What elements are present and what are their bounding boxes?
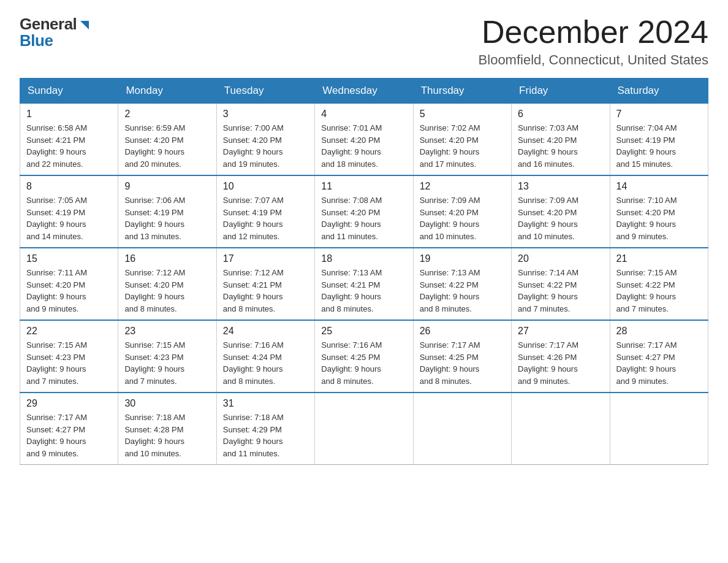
- calendar-cell: 12 Sunrise: 7:09 AMSunset: 4:20 PMDaylig…: [413, 175, 511, 248]
- calendar-week-row: 22 Sunrise: 7:15 AMSunset: 4:23 PMDaylig…: [20, 320, 708, 393]
- day-number: 8: [26, 181, 112, 192]
- day-number: 23: [124, 326, 210, 337]
- month-title: December 2024: [479, 15, 708, 50]
- day-info: Sunrise: 7:07 AMSunset: 4:19 PMDaylight:…: [223, 196, 284, 241]
- calendar-cell: 26 Sunrise: 7:17 AMSunset: 4:25 PMDaylig…: [413, 320, 511, 393]
- day-info: Sunrise: 7:13 AMSunset: 4:21 PMDaylight:…: [321, 268, 382, 313]
- calendar-cell: 25 Sunrise: 7:16 AMSunset: 4:25 PMDaylig…: [315, 320, 413, 393]
- day-number: 24: [223, 326, 308, 337]
- day-info: Sunrise: 7:08 AMSunset: 4:20 PMDaylight:…: [321, 196, 382, 241]
- calendar-cell: 24 Sunrise: 7:16 AMSunset: 4:24 PMDaylig…: [216, 320, 314, 393]
- day-number: 28: [616, 326, 702, 337]
- day-info: Sunrise: 7:06 AMSunset: 4:19 PMDaylight:…: [124, 196, 185, 241]
- day-info: Sunrise: 7:04 AMSunset: 4:19 PMDaylight:…: [616, 123, 677, 169]
- day-info: Sunrise: 7:00 AMSunset: 4:20 PMDaylight:…: [223, 123, 284, 169]
- day-number: 15: [26, 253, 112, 264]
- calendar-cell: 11 Sunrise: 7:08 AMSunset: 4:20 PMDaylig…: [315, 175, 413, 248]
- logo-text-blue: Blue: [20, 31, 53, 50]
- day-number: 7: [616, 109, 702, 120]
- day-info: Sunrise: 7:15 AMSunset: 4:22 PMDaylight:…: [616, 268, 677, 313]
- weekday-header-saturday: Saturday: [610, 79, 708, 104]
- day-number: 13: [518, 181, 603, 192]
- day-info: Sunrise: 7:02 AMSunset: 4:20 PMDaylight:…: [420, 123, 480, 169]
- day-info: Sunrise: 7:17 AMSunset: 4:26 PMDaylight:…: [518, 340, 578, 386]
- day-info: Sunrise: 7:15 AMSunset: 4:23 PMDaylight:…: [124, 340, 185, 386]
- calendar-cell: 7 Sunrise: 7:04 AMSunset: 4:19 PMDayligh…: [610, 104, 708, 176]
- day-info: Sunrise: 7:12 AMSunset: 4:21 PMDaylight:…: [223, 268, 284, 313]
- weekday-header-thursday: Thursday: [413, 79, 511, 104]
- day-number: 21: [616, 253, 702, 264]
- day-number: 10: [223, 181, 308, 192]
- weekday-header-row: SundayMondayTuesdayWednesdayThursdayFrid…: [20, 79, 708, 104]
- logo-triangle-icon: [78, 18, 91, 32]
- day-number: 9: [124, 181, 210, 192]
- calendar-cell: 1 Sunrise: 6:58 AMSunset: 4:21 PMDayligh…: [20, 104, 118, 176]
- day-info: Sunrise: 7:16 AMSunset: 4:24 PMDaylight:…: [223, 340, 284, 386]
- day-number: 1: [26, 109, 112, 120]
- day-number: 22: [26, 326, 112, 337]
- calendar-week-row: 1 Sunrise: 6:58 AMSunset: 4:21 PMDayligh…: [20, 104, 708, 176]
- calendar-cell: [413, 393, 511, 465]
- calendar-cell: 21 Sunrise: 7:15 AMSunset: 4:22 PMDaylig…: [610, 248, 708, 320]
- day-info: Sunrise: 7:17 AMSunset: 4:27 PMDaylight:…: [26, 413, 87, 458]
- day-info: Sunrise: 7:17 AMSunset: 4:25 PMDaylight:…: [420, 340, 480, 386]
- calendar-cell: 30 Sunrise: 7:18 AMSunset: 4:28 PMDaylig…: [118, 393, 216, 465]
- day-info: Sunrise: 7:15 AMSunset: 4:23 PMDaylight:…: [26, 340, 87, 386]
- calendar-cell: 14 Sunrise: 7:10 AMSunset: 4:20 PMDaylig…: [610, 175, 708, 248]
- day-number: 30: [124, 398, 210, 409]
- calendar-cell: [512, 393, 610, 465]
- calendar-table: SundayMondayTuesdayWednesdayThursdayFrid…: [20, 78, 708, 465]
- calendar-week-row: 29 Sunrise: 7:17 AMSunset: 4:27 PMDaylig…: [20, 393, 708, 465]
- weekday-header-wednesday: Wednesday: [315, 79, 413, 104]
- day-number: 26: [420, 326, 505, 337]
- calendar-cell: 3 Sunrise: 7:00 AMSunset: 4:20 PMDayligh…: [216, 104, 314, 176]
- day-info: Sunrise: 7:01 AMSunset: 4:20 PMDaylight:…: [321, 123, 382, 169]
- calendar-cell: 6 Sunrise: 7:03 AMSunset: 4:20 PMDayligh…: [512, 104, 610, 176]
- calendar-cell: [610, 393, 708, 465]
- day-info: Sunrise: 7:12 AMSunset: 4:20 PMDaylight:…: [124, 268, 185, 313]
- logo: General Blue: [20, 15, 91, 50]
- day-number: 2: [124, 109, 210, 120]
- location-title: Bloomfield, Connecticut, United States: [479, 52, 708, 68]
- calendar-cell: 22 Sunrise: 7:15 AMSunset: 4:23 PMDaylig…: [20, 320, 118, 393]
- day-info: Sunrise: 7:17 AMSunset: 4:27 PMDaylight:…: [616, 340, 677, 386]
- calendar-cell: 17 Sunrise: 7:12 AMSunset: 4:21 PMDaylig…: [216, 248, 314, 320]
- calendar-cell: 27 Sunrise: 7:17 AMSunset: 4:26 PMDaylig…: [512, 320, 610, 393]
- weekday-header-tuesday: Tuesday: [216, 79, 314, 104]
- day-number: 31: [223, 398, 308, 409]
- page-header: General Blue December 2024 Bloomfield, C…: [20, 15, 708, 68]
- weekday-header-friday: Friday: [512, 79, 610, 104]
- day-number: 27: [518, 326, 603, 337]
- day-info: Sunrise: 7:13 AMSunset: 4:22 PMDaylight:…: [420, 268, 480, 313]
- calendar-cell: 31 Sunrise: 7:18 AMSunset: 4:29 PMDaylig…: [216, 393, 314, 465]
- day-info: Sunrise: 7:09 AMSunset: 4:20 PMDaylight:…: [518, 196, 578, 241]
- day-number: 11: [321, 181, 406, 192]
- day-info: Sunrise: 7:14 AMSunset: 4:22 PMDaylight:…: [518, 268, 578, 313]
- calendar-cell: 15 Sunrise: 7:11 AMSunset: 4:20 PMDaylig…: [20, 248, 118, 320]
- calendar-cell: [315, 393, 413, 465]
- calendar-cell: 16 Sunrise: 7:12 AMSunset: 4:20 PMDaylig…: [118, 248, 216, 320]
- day-info: Sunrise: 7:18 AMSunset: 4:28 PMDaylight:…: [124, 413, 185, 458]
- svg-marker-0: [80, 21, 89, 29]
- day-number: 14: [616, 181, 702, 192]
- weekday-header-monday: Monday: [118, 79, 216, 104]
- calendar-cell: 2 Sunrise: 6:59 AMSunset: 4:20 PMDayligh…: [118, 104, 216, 176]
- day-info: Sunrise: 7:05 AMSunset: 4:19 PMDaylight:…: [26, 196, 87, 241]
- day-number: 6: [518, 109, 603, 120]
- day-number: 16: [124, 253, 210, 264]
- calendar-cell: 28 Sunrise: 7:17 AMSunset: 4:27 PMDaylig…: [610, 320, 708, 393]
- calendar-cell: 10 Sunrise: 7:07 AMSunset: 4:19 PMDaylig…: [216, 175, 314, 248]
- day-number: 18: [321, 253, 406, 264]
- day-info: Sunrise: 7:09 AMSunset: 4:20 PMDaylight:…: [420, 196, 480, 241]
- day-number: 29: [26, 398, 112, 409]
- day-number: 5: [420, 109, 505, 120]
- day-number: 3: [223, 109, 308, 120]
- day-info: Sunrise: 7:16 AMSunset: 4:25 PMDaylight:…: [321, 340, 382, 386]
- day-info: Sunrise: 6:58 AMSunset: 4:21 PMDaylight:…: [26, 123, 87, 169]
- day-info: Sunrise: 7:10 AMSunset: 4:20 PMDaylight:…: [616, 196, 677, 241]
- calendar-cell: 8 Sunrise: 7:05 AMSunset: 4:19 PMDayligh…: [20, 175, 118, 248]
- calendar-week-row: 15 Sunrise: 7:11 AMSunset: 4:20 PMDaylig…: [20, 248, 708, 320]
- calendar-cell: 9 Sunrise: 7:06 AMSunset: 4:19 PMDayligh…: [118, 175, 216, 248]
- day-number: 25: [321, 326, 406, 337]
- weekday-header-sunday: Sunday: [20, 79, 118, 104]
